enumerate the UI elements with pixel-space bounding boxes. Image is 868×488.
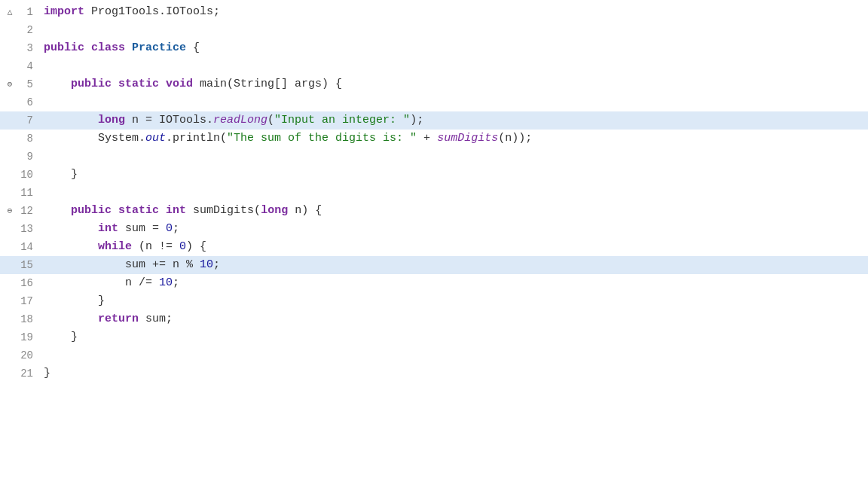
line-content-1[interactable]: import Prog1Tools.IOTools;	[38, 3, 868, 21]
code-line-13[interactable]: 13 int sum = 0;	[0, 220, 868, 238]
token-plain	[159, 78, 166, 90]
line-content-17[interactable]: }	[38, 292, 868, 310]
line-content-16[interactable]: n /= 10;	[38, 274, 868, 292]
token-plain: sum += n %	[44, 258, 200, 271]
token-kw-public: public	[71, 204, 112, 217]
code-line-11[interactable]: 11	[0, 184, 868, 202]
token-plain: (n));	[498, 132, 532, 145]
token-method-call: sumDigits	[437, 132, 498, 145]
line-gutter-4: 4	[0, 57, 38, 75]
code-line-2[interactable]: 2	[0, 21, 868, 39]
code-line-18[interactable]: 18 return sum;	[0, 310, 868, 328]
code-line-1[interactable]: △1import Prog1Tools.IOTools;	[0, 3, 868, 21]
token-plain: n = IOTools.	[125, 114, 213, 127]
line-number-16: 16	[15, 274, 33, 292]
code-line-20[interactable]: 20	[0, 346, 868, 364]
line-content-21[interactable]: }	[38, 364, 868, 383]
token-plain	[44, 204, 71, 217]
line-gutter-14: 14	[0, 238, 38, 256]
token-kw-class: class	[91, 41, 125, 54]
line-gutter-6: 6	[0, 93, 38, 111]
token-plain: ;	[213, 258, 220, 271]
line-number-21: 21	[15, 364, 33, 383]
token-kw-void: void	[166, 78, 193, 90]
token-plain: Prog1Tools.IOTools;	[84, 5, 220, 18]
code-line-21[interactable]: 21}	[0, 364, 868, 383]
code-line-16[interactable]: 16 n /= 10;	[0, 274, 868, 292]
line-number-19: 19	[15, 328, 33, 346]
line-number-18: 18	[15, 310, 33, 328]
code-line-4[interactable]: 4	[0, 57, 868, 75]
line-gutter-21: 21	[0, 364, 38, 383]
code-line-3[interactable]: 3public class Practice {	[0, 39, 868, 57]
line-content-6[interactable]	[38, 93, 868, 111]
token-string: "The sum of the digits is: "	[227, 132, 417, 145]
code-editor[interactable]: △1import Prog1Tools.IOTools;23public cla…	[0, 0, 868, 488]
code-line-12[interactable]: ⊖12 public static int sumDigits(long n) …	[0, 202, 868, 220]
code-line-19[interactable]: 19 }	[0, 328, 868, 346]
line-content-4[interactable]	[38, 57, 868, 75]
code-line-10[interactable]: 10 }	[0, 166, 868, 184]
token-plain: +	[417, 132, 437, 145]
token-kw-while: while	[98, 240, 132, 253]
token-kw-static: static	[118, 204, 159, 217]
line-content-18[interactable]: return sum;	[38, 310, 868, 328]
line-content-19[interactable]: }	[38, 328, 868, 346]
line-number-9: 9	[15, 148, 33, 166]
token-plain	[44, 78, 71, 90]
token-plain	[112, 78, 118, 90]
line-number-15: 15	[15, 256, 33, 274]
token-plain	[44, 313, 98, 325]
line-number-6: 6	[15, 93, 33, 111]
line-gutter-7: 7	[0, 111, 38, 130]
line-content-9[interactable]	[38, 148, 868, 166]
code-line-8[interactable]: 8 System.out.println("The sum of the dig…	[0, 130, 868, 148]
code-line-5[interactable]: ⊖5 public static void main(String[] args…	[0, 75, 868, 93]
line-content-12[interactable]: public static int sumDigits(long n) {	[38, 202, 868, 220]
line-content-15[interactable]: sum += n % 10;	[38, 256, 868, 274]
line-number-11: 11	[15, 184, 33, 202]
line-content-13[interactable]: int sum = 0;	[38, 220, 868, 238]
line-content-7[interactable]: long n = IOTools.readLong("Input an inte…	[38, 111, 868, 130]
token-plain: System.	[44, 132, 145, 145]
code-line-15[interactable]: 15 sum += n % 10;	[0, 256, 868, 274]
line-content-8[interactable]: System.out.println("The sum of the digit…	[38, 130, 868, 148]
line-content-5[interactable]: public static void main(String[] args) {	[38, 75, 868, 93]
line-content-2[interactable]	[38, 21, 868, 39]
line-gutter-10: 10	[0, 166, 38, 184]
line-number-3: 3	[15, 39, 33, 57]
line-number-7: 7	[15, 111, 33, 130]
line-content-3[interactable]: public class Practice {	[38, 39, 868, 57]
token-plain: n /=	[44, 276, 159, 289]
line-number-13: 13	[15, 220, 33, 238]
token-plain: (n !=	[132, 240, 179, 253]
token-kw-static: static	[118, 78, 159, 90]
code-line-6[interactable]: 6	[0, 93, 868, 111]
token-number: 0	[166, 222, 173, 235]
line-number-10: 10	[15, 166, 33, 184]
token-plain	[159, 204, 166, 217]
code-line-7[interactable]: 7 long n = IOTools.readLong("Input an in…	[0, 111, 868, 130]
line-gutter-16: 16	[0, 274, 38, 292]
line-content-10[interactable]: }	[38, 166, 868, 184]
token-plain: ;	[173, 222, 179, 235]
token-number: 10	[200, 258, 213, 271]
token-field-out: out	[145, 132, 166, 145]
code-line-17[interactable]: 17 }	[0, 292, 868, 310]
token-plain: main(String[] args) {	[193, 78, 342, 90]
token-plain: );	[410, 114, 423, 127]
token-number: 0	[179, 240, 186, 253]
line-marker-5: ⊖	[5, 75, 15, 93]
token-method-call: readLong	[213, 114, 267, 127]
line-gutter-1: △1	[0, 3, 38, 21]
line-gutter-8: 8	[0, 130, 38, 148]
line-content-14[interactable]: while (n != 0) {	[38, 238, 868, 256]
token-plain: }	[44, 168, 78, 181]
line-content-20[interactable]	[38, 346, 868, 364]
token-plain: sum;	[139, 313, 173, 325]
line-content-11[interactable]	[38, 184, 868, 202]
code-line-9[interactable]: 9	[0, 148, 868, 166]
token-kw-long: long	[261, 204, 288, 217]
code-line-14[interactable]: 14 while (n != 0) {	[0, 238, 868, 256]
token-plain: ;	[173, 276, 179, 289]
